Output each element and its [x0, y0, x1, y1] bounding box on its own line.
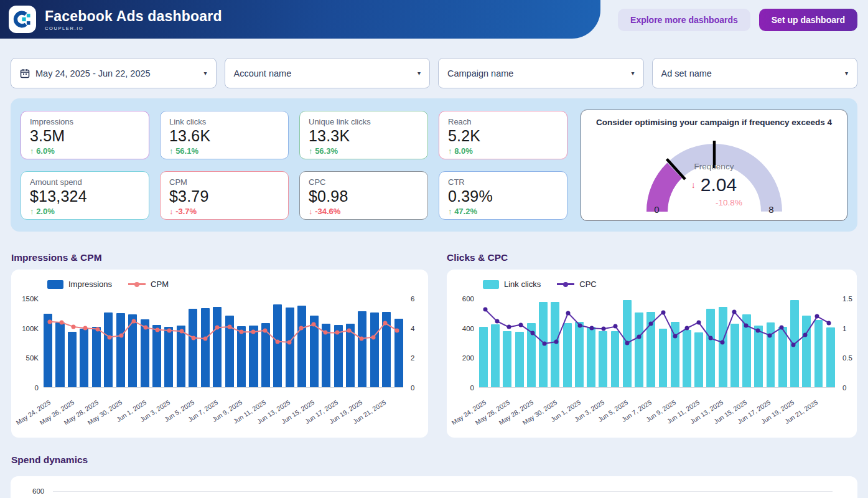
coupler-logo-icon[interactable] [9, 6, 36, 33]
line-marker-14[interactable] [215, 326, 220, 330]
y-tick-label: 0 [842, 384, 846, 392]
kpi-card-unique-link-clicks: Unique link clicks13.3K↑ 56.3% [299, 111, 428, 159]
line-marker-28[interactable] [383, 321, 388, 326]
date-range-filter[interactable]: May 24, 2025 - Jun 22, 2025▾ [11, 58, 217, 88]
gauge-value-row: ↓ 2.04 [612, 174, 817, 195]
impressions-cpm-chart: ImpressionsCPM 150K100K50K0 6420 May 24,… [11, 270, 428, 438]
line-marker-19[interactable] [708, 336, 712, 341]
line-marker-12[interactable] [625, 341, 630, 345]
kpi-value: $0.98 [309, 187, 419, 205]
line-marker-24[interactable] [768, 333, 772, 337]
ad-set-name-filter[interactable]: Ad set name▾ [652, 58, 858, 88]
chart-title-clicks-cpc: Clicks & CPC [447, 252, 508, 263]
line-marker-6[interactable] [119, 334, 124, 338]
line-marker-29[interactable] [395, 328, 399, 332]
y-tick-label: 2 [411, 354, 414, 362]
gauge-delta-down-icon: ↓ [691, 180, 696, 190]
set-up-dashboard-button[interactable]: Set up dashboard [759, 9, 857, 31]
line-marker-11[interactable] [179, 329, 184, 334]
line-marker-10[interactable] [167, 328, 172, 332]
line-marker-25[interactable] [780, 326, 784, 330]
line-marker-2[interactable] [72, 324, 76, 329]
arrow-up-icon: ↑ [30, 207, 36, 216]
line-marker-15[interactable] [661, 310, 665, 314]
line-marker-20[interactable] [720, 341, 724, 345]
clicks-cpc-chart: Link clicksCPC 6004002000 1.510.50 May 2… [447, 270, 857, 438]
line-marker-1[interactable] [495, 319, 499, 323]
legend-item-cpc[interactable]: CPC [557, 280, 596, 289]
chevron-down-icon: ▾ [418, 70, 421, 77]
line-marker-28[interactable] [815, 314, 819, 319]
line-marker-13[interactable] [637, 334, 642, 339]
line-marker-14[interactable] [649, 321, 653, 326]
campaign-name-filter[interactable]: Campaign name▾ [438, 58, 644, 88]
line-marker-11[interactable] [614, 324, 618, 329]
line-marker-9[interactable] [156, 327, 160, 332]
kpi-card-amount-spend: Amount spend$13,324↑ 2.0% [21, 171, 149, 220]
line-marker-25[interactable] [347, 328, 352, 332]
line-marker-9[interactable] [590, 326, 594, 331]
line-marker-23[interactable] [756, 329, 760, 333]
line-marker-26[interactable] [791, 342, 796, 347]
arrow-up-icon: ↑ [309, 146, 315, 156]
line-marker-22[interactable] [311, 322, 315, 327]
line-marker-1[interactable] [59, 320, 63, 324]
legend-item-link-clicks[interactable]: Link clicks [483, 280, 541, 289]
kpi-label: CTR [448, 177, 558, 187]
line-marker-22[interactable] [744, 323, 749, 327]
kpi-label: Unique link clicks [309, 117, 419, 126]
line-marker-16[interactable] [239, 330, 243, 334]
kpi-grid: Impressions3.5M↑ 6.0%Link clicks13.6K↑ 5… [21, 111, 578, 220]
line-marker-18[interactable] [263, 328, 268, 332]
header: Facebook Ads dashboard COUPLER.IO [0, 0, 600, 39]
line-marker-12[interactable] [191, 336, 195, 340]
line-marker-21[interactable] [299, 326, 304, 331]
line-marker-3[interactable] [518, 322, 523, 327]
line-marker-0[interactable] [483, 308, 487, 312]
kpi-value: 13.3K [309, 127, 419, 145]
y-tick-label: 1 [842, 325, 846, 332]
line-marker-10[interactable] [602, 327, 606, 331]
line-marker-4[interactable] [95, 327, 100, 331]
line-marker-2[interactable] [506, 325, 511, 329]
line-marker-29[interactable] [827, 321, 831, 325]
line-marker-6[interactable] [554, 340, 558, 344]
line-marker-3[interactable] [83, 326, 88, 331]
kpi-delta: ↓ -34.6% [309, 207, 419, 216]
chart-legend: ImpressionsCPM [47, 280, 169, 289]
account-name-filter[interactable]: Account name▾ [225, 58, 431, 88]
kpi-delta: ↑ 56.1% [169, 146, 279, 156]
line-marker-5[interactable] [107, 335, 111, 339]
line-marker-7[interactable] [131, 319, 136, 323]
coupler-mark-icon [13, 10, 32, 29]
kpi-label: Impressions [30, 117, 140, 126]
line-marker-26[interactable] [359, 336, 363, 341]
line-marker-23[interactable] [323, 331, 327, 335]
explore-more-dashboards-button[interactable]: Explore more dashboards [618, 9, 750, 31]
line-marker-24[interactable] [335, 331, 340, 335]
y-tick-label: 0 [470, 384, 474, 392]
legend-bar-swatch-icon [47, 280, 63, 289]
legend-item-impressions[interactable]: Impressions [47, 280, 112, 289]
line-marker-21[interactable] [732, 309, 736, 314]
line-marker-17[interactable] [684, 326, 689, 331]
line-marker-13[interactable] [203, 336, 208, 341]
kpi-delta: ↓ -3.7% [169, 207, 279, 216]
line-marker-8[interactable] [578, 323, 582, 327]
line-marker-15[interactable] [227, 324, 231, 329]
line-marker-20[interactable] [287, 340, 291, 344]
line-marker-5[interactable] [542, 341, 546, 345]
legend-item-cpm[interactable]: CPM [128, 280, 169, 289]
line-marker-17[interactable] [251, 330, 256, 334]
line-marker-4[interactable] [530, 331, 534, 335]
line-marker-7[interactable] [566, 311, 571, 315]
line-marker-27[interactable] [803, 332, 808, 337]
line-marker-8[interactable] [143, 326, 147, 330]
line-marker-19[interactable] [275, 339, 279, 344]
y-tick-label: 0 [35, 384, 39, 392]
line-marker-18[interactable] [696, 320, 701, 324]
line-marker-27[interactable] [371, 335, 375, 339]
line-marker-16[interactable] [673, 334, 677, 338]
line-marker-0[interactable] [47, 319, 52, 324]
spend-dynamics-chart: 600 [11, 476, 857, 498]
